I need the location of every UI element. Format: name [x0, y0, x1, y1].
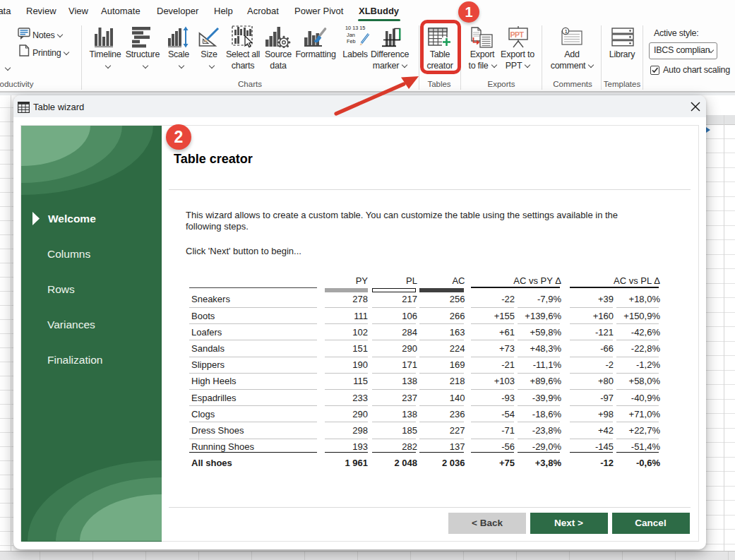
svg-text:1: 1 [565, 28, 568, 35]
svg-text:PPT: PPT [510, 30, 525, 39]
svg-text:10 13 15: 10 13 15 [345, 25, 365, 31]
svg-text:Feb: Feb [347, 38, 356, 44]
svg-text:Jan: Jan [347, 32, 355, 38]
